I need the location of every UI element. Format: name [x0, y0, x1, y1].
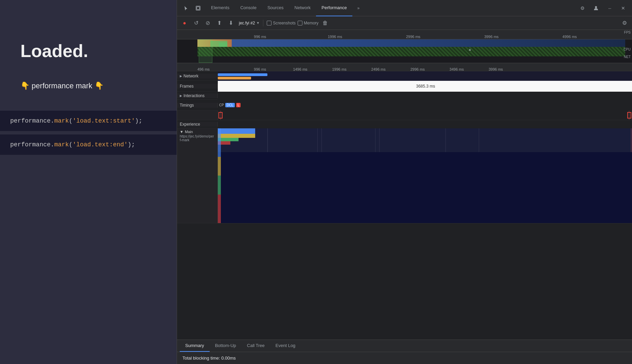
time-2496: 2496 ms: [371, 67, 386, 71]
tab-call-tree[interactable]: Call Tree: [242, 340, 270, 352]
network-expand-icon[interactable]: ▶: [180, 74, 182, 78]
overview-area[interactable]: ▲ CPU NET: [177, 39, 632, 63]
code-paren-1: (: [69, 117, 73, 124]
settings2-btn[interactable]: ⚙: [620, 18, 629, 28]
code-method-2: mark: [54, 141, 69, 148]
time-3996b: 3996 ms: [489, 67, 503, 71]
interactions-expand-icon[interactable]: ▶: [180, 94, 182, 97]
vline-right: [629, 111, 629, 120]
code-plain-2: performance.: [10, 141, 54, 148]
fps-label: FPS: [624, 31, 631, 34]
badge-dcl: DCL: [225, 103, 235, 107]
devtools-tabs: Elements Console Sources Network Perform…: [206, 0, 575, 16]
close-icon-btn[interactable]: ✕: [618, 3, 629, 14]
time-mark-996: 996 ms: [254, 35, 266, 39]
memory-checkbox[interactable]: [298, 21, 302, 25]
badge-l: L: [236, 103, 241, 107]
main-expand-icon[interactable]: ▼: [180, 130, 183, 134]
vline-left: [221, 111, 221, 120]
reload-btn[interactable]: ↺: [191, 18, 201, 28]
interactions-label-text: Interactions: [183, 93, 205, 98]
time-496: 496 ms: [197, 67, 210, 71]
trash-btn[interactable]: 🗑: [320, 18, 330, 28]
tab-network[interactable]: Network: [289, 0, 316, 16]
tab-sources[interactable]: Sources: [262, 0, 289, 16]
code-block-2: performance.mark('load.text:end');: [0, 134, 177, 155]
devtools-topbar: Elements Console Sources Network Perform…: [177, 0, 632, 16]
time-3496: 3496 ms: [450, 67, 464, 71]
interactions-track-row: ▶ Interactions: [177, 92, 632, 100]
left-color-bars: [218, 128, 221, 223]
frames-track-content[interactable]: 3685.3 ms: [218, 81, 632, 92]
tab-performance[interactable]: Performance: [316, 0, 352, 16]
network-label-text: Network: [183, 74, 198, 78]
perf-mark-label: 👇 performance mark 👇: [20, 81, 104, 90]
main-track-content[interactable]: [218, 128, 632, 223]
marker-content[interactable]: [218, 111, 632, 120]
session-select: jec.fyi #2 ▼: [239, 21, 260, 25]
interactions-track-content[interactable]: [218, 92, 632, 100]
tick-5: [379, 128, 380, 152]
tick-4: [375, 128, 375, 152]
download-btn[interactable]: ⬇: [226, 18, 235, 28]
tick-1: [267, 128, 268, 152]
time-mark-1996: 1996 ms: [328, 35, 342, 39]
left-panel: Loaded. 👇 performance mark 👇 performance…: [0, 0, 177, 364]
more-options-icon-btn[interactable]: ···: [604, 3, 615, 14]
session-name: jec.fyi #2: [239, 21, 255, 25]
loaded-heading: Loaded.: [20, 41, 88, 61]
tick-right: [631, 128, 631, 152]
main-url: https://jec.fyi/demo/perf-mark: [180, 134, 215, 142]
network-bar-2: [218, 77, 251, 79]
session-dropdown-icon[interactable]: ▼: [256, 21, 260, 25]
tab-bottom-up[interactable]: Bottom-Up: [210, 340, 242, 352]
tab-event-log[interactable]: Event Log: [270, 340, 301, 352]
net-label: NET: [624, 55, 631, 59]
time-1996b: 1996 ms: [332, 67, 346, 71]
flame-2: [218, 134, 255, 138]
code-method-1: mark: [54, 117, 69, 124]
timings-track-label: Timings: [177, 103, 218, 108]
code-plain-1: performance.: [10, 117, 54, 124]
flamechart-area: [218, 128, 632, 152]
memory-toggle[interactable]: Memory: [298, 21, 318, 25]
cpu-label: CPU: [624, 48, 631, 51]
timings-track-row: Timings CP DCL L: [177, 100, 632, 111]
cursor-icon-btn[interactable]: [180, 3, 191, 14]
red-marker-right: [627, 112, 631, 119]
memory-label-text: Memory: [304, 21, 318, 25]
selection-highlight: [199, 39, 212, 63]
code-line-1: performance.mark('load.text:start');: [10, 117, 166, 124]
code-end-2: );: [128, 141, 135, 148]
upload-btn[interactable]: ⬆: [214, 18, 224, 28]
network-track-content[interactable]: [218, 71, 632, 81]
settings-icon-btn[interactable]: ⚙: [577, 3, 588, 14]
screenshots-checkbox[interactable]: [267, 21, 271, 25]
devtools-tab-actions: ⚙ ··· ✕: [576, 3, 629, 14]
main-dark-area: [218, 152, 632, 223]
marker-row: [177, 111, 632, 120]
code-end-1: );: [135, 117, 142, 124]
time-1496: 1496 ms: [293, 67, 307, 71]
frames-track-row: Frames 3685.3 ms: [177, 81, 632, 92]
toolbar-separator-1: [263, 20, 263, 26]
timings-track-content[interactable]: CP DCL L: [218, 100, 632, 111]
stop-btn[interactable]: ⊘: [203, 18, 212, 28]
experience-track-row: Experience: [177, 120, 632, 128]
tab-summary[interactable]: Summary: [180, 340, 210, 352]
interactions-track-label: ▶ Interactions: [177, 93, 218, 98]
tracks-area[interactable]: ▶ Network Frames 3685.3 ms: [177, 71, 632, 340]
user-icon-btn[interactable]: [591, 3, 601, 14]
time-996b: 996 ms: [254, 67, 266, 71]
frames-track-label: Frames: [177, 84, 218, 89]
tab-console[interactable]: Console: [235, 0, 262, 16]
record-btn[interactable]: ●: [180, 18, 189, 28]
layers-icon-btn[interactable]: [193, 3, 204, 14]
more-tabs-icon[interactable]: »: [353, 3, 364, 14]
experience-track-content[interactable]: [218, 120, 632, 128]
screenshots-toggle[interactable]: Screenshots: [267, 21, 296, 25]
bottom-tabs: Summary Bottom-Up Call Tree Event Log: [177, 340, 632, 352]
network-bar-1: [218, 73, 267, 76]
main-label-header: ▼ Main: [180, 130, 215, 134]
tab-elements[interactable]: Elements: [206, 0, 235, 16]
